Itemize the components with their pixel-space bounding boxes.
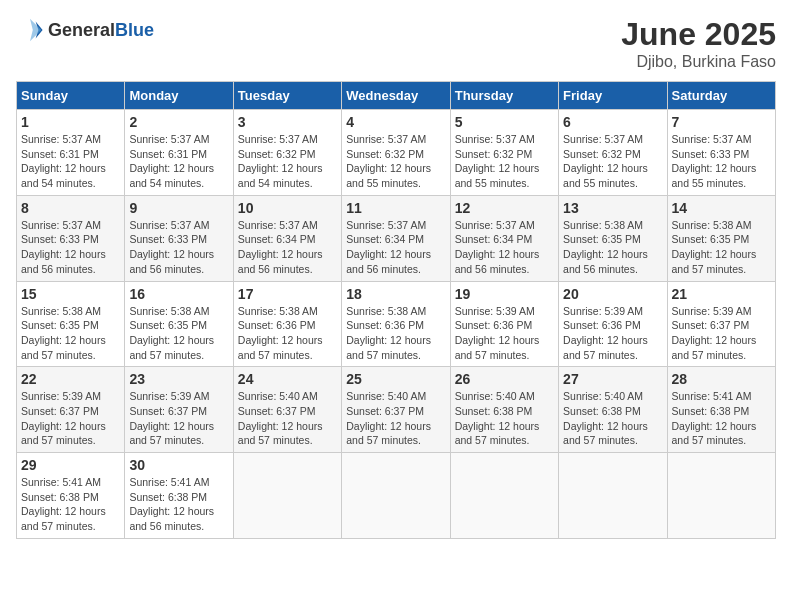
col-tuesday: Tuesday xyxy=(233,82,341,110)
day-info: Sunrise: 5:37 AM Sunset: 6:34 PM Dayligh… xyxy=(346,218,445,277)
day-info: Sunrise: 5:40 AM Sunset: 6:38 PM Dayligh… xyxy=(563,389,662,448)
calendar-day-cell xyxy=(559,453,667,539)
day-number: 24 xyxy=(238,371,337,387)
day-number: 15 xyxy=(21,286,120,302)
day-number: 29 xyxy=(21,457,120,473)
calendar-day-cell: 14 Sunrise: 5:38 AM Sunset: 6:35 PM Dayl… xyxy=(667,195,775,281)
calendar-day-cell: 20 Sunrise: 5:39 AM Sunset: 6:36 PM Dayl… xyxy=(559,281,667,367)
day-info: Sunrise: 5:38 AM Sunset: 6:35 PM Dayligh… xyxy=(563,218,662,277)
col-wednesday: Wednesday xyxy=(342,82,450,110)
day-info: Sunrise: 5:38 AM Sunset: 6:35 PM Dayligh… xyxy=(129,304,228,363)
col-saturday: Saturday xyxy=(667,82,775,110)
day-number: 14 xyxy=(672,200,771,216)
day-info: Sunrise: 5:40 AM Sunset: 6:37 PM Dayligh… xyxy=(346,389,445,448)
col-thursday: Thursday xyxy=(450,82,558,110)
day-info: Sunrise: 5:39 AM Sunset: 6:37 PM Dayligh… xyxy=(21,389,120,448)
day-info: Sunrise: 5:37 AM Sunset: 6:32 PM Dayligh… xyxy=(346,132,445,191)
day-number: 9 xyxy=(129,200,228,216)
calendar-day-cell: 7 Sunrise: 5:37 AM Sunset: 6:33 PM Dayli… xyxy=(667,110,775,196)
calendar-day-cell: 19 Sunrise: 5:39 AM Sunset: 6:36 PM Dayl… xyxy=(450,281,558,367)
day-info: Sunrise: 5:38 AM Sunset: 6:35 PM Dayligh… xyxy=(21,304,120,363)
calendar-header-row: Sunday Monday Tuesday Wednesday Thursday… xyxy=(17,82,776,110)
calendar-day-cell: 15 Sunrise: 5:38 AM Sunset: 6:35 PM Dayl… xyxy=(17,281,125,367)
calendar-day-cell: 1 Sunrise: 5:37 AM Sunset: 6:31 PM Dayli… xyxy=(17,110,125,196)
day-info: Sunrise: 5:37 AM Sunset: 6:33 PM Dayligh… xyxy=(129,218,228,277)
calendar-day-cell: 25 Sunrise: 5:40 AM Sunset: 6:37 PM Dayl… xyxy=(342,367,450,453)
logo-general-text: General xyxy=(48,20,115,40)
calendar-day-cell: 27 Sunrise: 5:40 AM Sunset: 6:38 PM Dayl… xyxy=(559,367,667,453)
day-info: Sunrise: 5:38 AM Sunset: 6:36 PM Dayligh… xyxy=(346,304,445,363)
logo-icon xyxy=(16,16,44,44)
calendar-day-cell: 5 Sunrise: 5:37 AM Sunset: 6:32 PM Dayli… xyxy=(450,110,558,196)
day-info: Sunrise: 5:37 AM Sunset: 6:33 PM Dayligh… xyxy=(672,132,771,191)
day-number: 10 xyxy=(238,200,337,216)
calendar-day-cell: 17 Sunrise: 5:38 AM Sunset: 6:36 PM Dayl… xyxy=(233,281,341,367)
day-number: 20 xyxy=(563,286,662,302)
calendar-day-cell xyxy=(450,453,558,539)
calendar-table: Sunday Monday Tuesday Wednesday Thursday… xyxy=(16,81,776,539)
day-number: 12 xyxy=(455,200,554,216)
day-number: 28 xyxy=(672,371,771,387)
calendar-day-cell xyxy=(233,453,341,539)
calendar-week-row: 22 Sunrise: 5:39 AM Sunset: 6:37 PM Dayl… xyxy=(17,367,776,453)
day-number: 8 xyxy=(21,200,120,216)
day-number: 5 xyxy=(455,114,554,130)
day-number: 3 xyxy=(238,114,337,130)
day-number: 1 xyxy=(21,114,120,130)
day-info: Sunrise: 5:39 AM Sunset: 6:37 PM Dayligh… xyxy=(129,389,228,448)
day-info: Sunrise: 5:37 AM Sunset: 6:32 PM Dayligh… xyxy=(238,132,337,191)
day-info: Sunrise: 5:40 AM Sunset: 6:38 PM Dayligh… xyxy=(455,389,554,448)
calendar-day-cell: 10 Sunrise: 5:37 AM Sunset: 6:34 PM Dayl… xyxy=(233,195,341,281)
calendar-day-cell: 8 Sunrise: 5:37 AM Sunset: 6:33 PM Dayli… xyxy=(17,195,125,281)
calendar-day-cell: 16 Sunrise: 5:38 AM Sunset: 6:35 PM Dayl… xyxy=(125,281,233,367)
calendar-day-cell: 9 Sunrise: 5:37 AM Sunset: 6:33 PM Dayli… xyxy=(125,195,233,281)
logo-blue-text: Blue xyxy=(115,20,154,40)
day-number: 27 xyxy=(563,371,662,387)
calendar-day-cell: 23 Sunrise: 5:39 AM Sunset: 6:37 PM Dayl… xyxy=(125,367,233,453)
calendar-day-cell: 21 Sunrise: 5:39 AM Sunset: 6:37 PM Dayl… xyxy=(667,281,775,367)
day-info: Sunrise: 5:37 AM Sunset: 6:31 PM Dayligh… xyxy=(21,132,120,191)
day-number: 11 xyxy=(346,200,445,216)
page-header: GeneralBlue June 2025 Djibo, Burkina Fas… xyxy=(16,16,776,71)
day-number: 30 xyxy=(129,457,228,473)
day-number: 17 xyxy=(238,286,337,302)
day-number: 22 xyxy=(21,371,120,387)
calendar-day-cell: 18 Sunrise: 5:38 AM Sunset: 6:36 PM Dayl… xyxy=(342,281,450,367)
calendar-week-row: 15 Sunrise: 5:38 AM Sunset: 6:35 PM Dayl… xyxy=(17,281,776,367)
day-number: 23 xyxy=(129,371,228,387)
day-info: Sunrise: 5:38 AM Sunset: 6:36 PM Dayligh… xyxy=(238,304,337,363)
calendar-day-cell: 22 Sunrise: 5:39 AM Sunset: 6:37 PM Dayl… xyxy=(17,367,125,453)
day-number: 6 xyxy=(563,114,662,130)
day-info: Sunrise: 5:39 AM Sunset: 6:37 PM Dayligh… xyxy=(672,304,771,363)
day-number: 16 xyxy=(129,286,228,302)
day-info: Sunrise: 5:41 AM Sunset: 6:38 PM Dayligh… xyxy=(129,475,228,534)
day-info: Sunrise: 5:37 AM Sunset: 6:34 PM Dayligh… xyxy=(455,218,554,277)
day-info: Sunrise: 5:41 AM Sunset: 6:38 PM Dayligh… xyxy=(672,389,771,448)
calendar-day-cell: 24 Sunrise: 5:40 AM Sunset: 6:37 PM Dayl… xyxy=(233,367,341,453)
day-number: 21 xyxy=(672,286,771,302)
calendar-day-cell: 13 Sunrise: 5:38 AM Sunset: 6:35 PM Dayl… xyxy=(559,195,667,281)
day-number: 18 xyxy=(346,286,445,302)
calendar-day-cell: 30 Sunrise: 5:41 AM Sunset: 6:38 PM Dayl… xyxy=(125,453,233,539)
calendar-week-row: 8 Sunrise: 5:37 AM Sunset: 6:33 PM Dayli… xyxy=(17,195,776,281)
day-number: 7 xyxy=(672,114,771,130)
day-info: Sunrise: 5:37 AM Sunset: 6:32 PM Dayligh… xyxy=(455,132,554,191)
day-number: 26 xyxy=(455,371,554,387)
calendar-day-cell: 26 Sunrise: 5:40 AM Sunset: 6:38 PM Dayl… xyxy=(450,367,558,453)
calendar-day-cell: 29 Sunrise: 5:41 AM Sunset: 6:38 PM Dayl… xyxy=(17,453,125,539)
day-info: Sunrise: 5:39 AM Sunset: 6:36 PM Dayligh… xyxy=(455,304,554,363)
calendar-day-cell xyxy=(342,453,450,539)
location-title: Djibo, Burkina Faso xyxy=(621,53,776,71)
day-number: 13 xyxy=(563,200,662,216)
day-info: Sunrise: 5:38 AM Sunset: 6:35 PM Dayligh… xyxy=(672,218,771,277)
month-title: June 2025 xyxy=(621,16,776,53)
day-info: Sunrise: 5:37 AM Sunset: 6:32 PM Dayligh… xyxy=(563,132,662,191)
day-number: 4 xyxy=(346,114,445,130)
col-sunday: Sunday xyxy=(17,82,125,110)
calendar-day-cell: 12 Sunrise: 5:37 AM Sunset: 6:34 PM Dayl… xyxy=(450,195,558,281)
day-info: Sunrise: 5:37 AM Sunset: 6:31 PM Dayligh… xyxy=(129,132,228,191)
col-monday: Monday xyxy=(125,82,233,110)
col-friday: Friday xyxy=(559,82,667,110)
day-info: Sunrise: 5:40 AM Sunset: 6:37 PM Dayligh… xyxy=(238,389,337,448)
calendar-day-cell: 3 Sunrise: 5:37 AM Sunset: 6:32 PM Dayli… xyxy=(233,110,341,196)
